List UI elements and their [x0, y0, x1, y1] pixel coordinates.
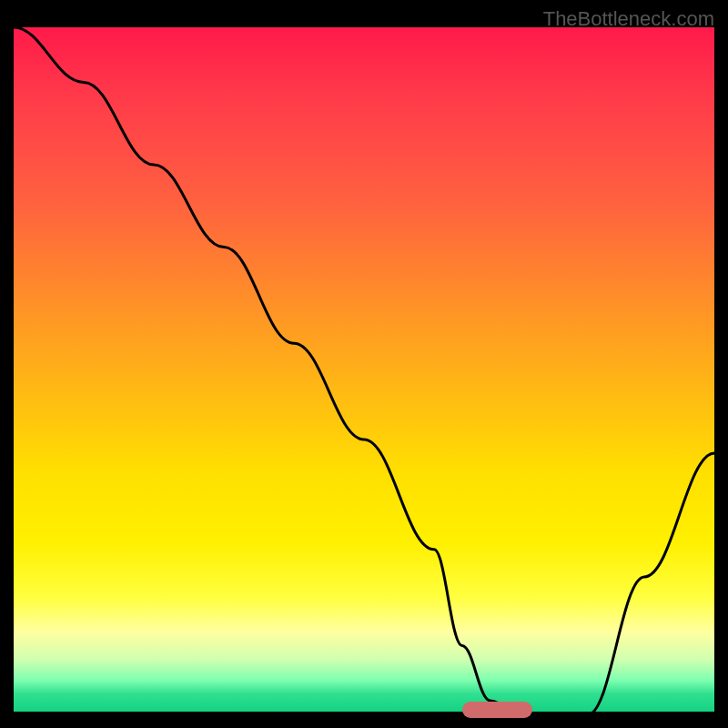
optimal-range-marker	[462, 702, 532, 718]
bottleneck-curve-line	[14, 27, 714, 714]
watermark-text: TheBottleneck.com	[543, 7, 714, 31]
